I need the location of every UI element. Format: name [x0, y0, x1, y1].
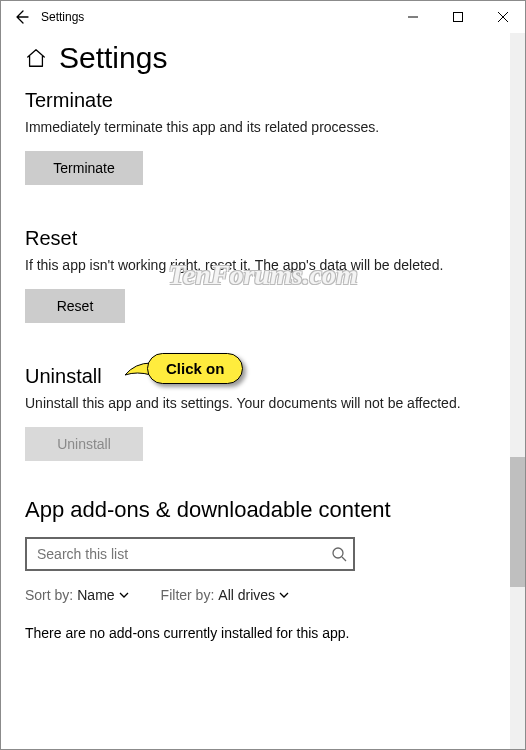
- close-icon: [498, 12, 508, 22]
- content-area: TenForums.com Settings Terminate Immedia…: [1, 33, 525, 749]
- reset-heading: Reset: [25, 227, 501, 250]
- chevron-down-icon: [119, 590, 129, 600]
- filter-by-label: Filter by:: [161, 587, 215, 603]
- addons-search: [25, 537, 355, 571]
- page-header: Settings: [25, 41, 501, 75]
- addons-search-input[interactable]: [25, 537, 355, 571]
- addons-heading: App add-ons & downloadable content: [25, 497, 501, 523]
- uninstall-description: Uninstall this app and its settings. You…: [25, 394, 501, 413]
- maximize-button[interactable]: [435, 1, 480, 33]
- filter-by-dropdown[interactable]: Filter by: All drives: [161, 587, 289, 603]
- uninstall-button[interactable]: Uninstall: [25, 427, 143, 461]
- sort-by-dropdown[interactable]: Sort by: Name: [25, 587, 129, 603]
- home-icon[interactable]: [25, 47, 47, 69]
- content-scroll: TenForums.com Settings Terminate Immedia…: [1, 33, 525, 749]
- close-button[interactable]: [480, 1, 525, 33]
- minimize-button[interactable]: [390, 1, 435, 33]
- vertical-scrollbar[interactable]: [510, 33, 525, 749]
- terminate-heading: Terminate: [25, 89, 501, 112]
- arrow-left-icon: [13, 9, 29, 25]
- window-controls: [390, 1, 525, 33]
- settings-window: Settings TenForums.com Settings: [0, 0, 526, 750]
- filter-by-value: All drives: [218, 587, 275, 603]
- reset-description: If this app isn't working right, reset i…: [25, 256, 501, 275]
- title-bar: Settings: [1, 1, 525, 33]
- window-title: Settings: [41, 10, 390, 24]
- svg-rect-0: [453, 13, 462, 22]
- uninstall-heading: Uninstall: [25, 365, 501, 388]
- maximize-icon: [453, 12, 463, 22]
- reset-button[interactable]: Reset: [25, 289, 125, 323]
- sort-by-label: Sort by:: [25, 587, 73, 603]
- minimize-icon: [408, 12, 418, 22]
- terminate-description: Immediately terminate this app and its r…: [25, 118, 501, 137]
- addons-empty-text: There are no add-ons currently installed…: [25, 625, 501, 641]
- addons-filter-row: Sort by: Name Filter by: All drives: [25, 587, 501, 603]
- back-button[interactable]: [1, 1, 41, 33]
- terminate-button[interactable]: Terminate: [25, 151, 143, 185]
- scrollbar-thumb[interactable]: [510, 457, 525, 587]
- page-title: Settings: [59, 41, 167, 75]
- chevron-down-icon: [279, 590, 289, 600]
- sort-by-value: Name: [77, 587, 114, 603]
